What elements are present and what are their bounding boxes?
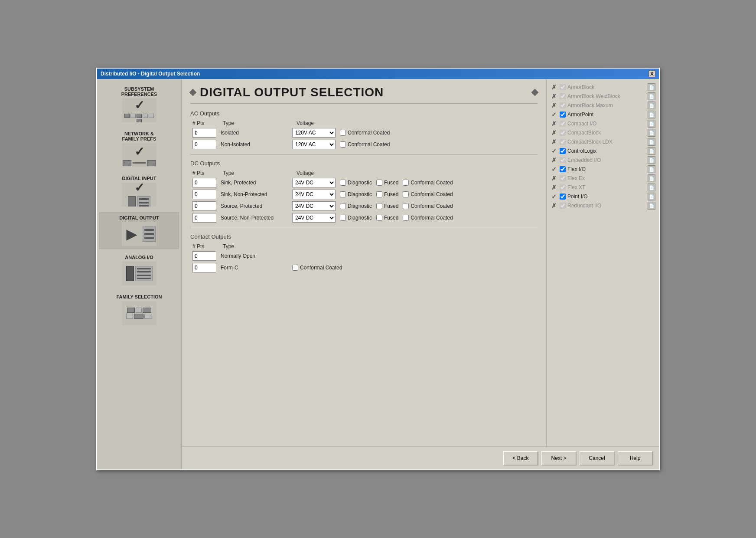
dc-fused-label-0[interactable]: Fused <box>376 180 398 186</box>
dc-fused-check-0[interactable] <box>376 180 382 186</box>
dc-voltage-select-0[interactable]: 24V DC12V DC5V DC <box>292 178 336 187</box>
family-doc-6[interactable]: 📄 <box>648 138 655 146</box>
dc-fused-label-3[interactable]: Fused <box>376 215 398 221</box>
family-doc-10[interactable]: 📄 <box>648 174 655 182</box>
dc-diag-check-1[interactable] <box>340 191 346 197</box>
family-checkbox-3[interactable] <box>560 112 566 118</box>
family-doc-8[interactable]: 📄 <box>648 156 655 164</box>
family-doc-13[interactable]: 📄 <box>648 202 655 210</box>
family-checkbox-11[interactable] <box>560 184 566 190</box>
sidebar-item-digital-input[interactable]: DIGITAL INPUT ✓ <box>99 173 179 210</box>
dc-conformal-check-3[interactable] <box>403 215 409 221</box>
dc-fused-label-1[interactable]: Fused <box>376 191 398 197</box>
dc-fused-text-0: Fused <box>384 180 398 186</box>
family-checkbox-8[interactable] <box>560 157 566 163</box>
dc-diag-label-1[interactable]: Diagnostic <box>340 191 372 197</box>
back-button[interactable]: < Back <box>503 451 538 465</box>
family-doc-12[interactable]: 📄 <box>648 193 655 200</box>
contact-conformal-label-1[interactable]: Conformal Coated <box>292 265 342 271</box>
dc-diag-text-2: Diagnostic <box>348 203 372 209</box>
dc-fused-text-1: Fused <box>384 191 398 197</box>
family-row-13: ✗Redundant I/O📄 <box>550 202 655 210</box>
dc-conformal-text-2: Conformal Coated <box>411 203 453 209</box>
family-checkbox-12[interactable] <box>560 194 566 200</box>
right-panel: ✗ArmorBlock📄✗ArmorBlock WeldBlock📄✗Armor… <box>546 79 659 446</box>
dc-pts-input-1[interactable] <box>192 190 216 199</box>
family-doc-2[interactable]: 📄 <box>648 102 655 109</box>
cancel-button[interactable]: Cancel <box>580 451 614 465</box>
ac-conformal-check-0[interactable] <box>340 130 346 136</box>
family-doc-5[interactable]: 📄 <box>648 129 655 137</box>
dc-fused-check-2[interactable] <box>376 203 382 209</box>
sidebar-item-network[interactable]: NETWORK & FAMILY PREFS ✓ <box>99 128 179 170</box>
dc-conformal-label-3[interactable]: Conformal Coated <box>403 215 453 221</box>
ac-conformal-label-1[interactable]: Conformal Coated <box>340 141 390 148</box>
dc-fused-check-3[interactable] <box>376 215 382 221</box>
contact-pts-input-1[interactable] <box>192 263 216 272</box>
family-doc-7[interactable]: 📄 <box>648 147 655 155</box>
family-checkbox-5[interactable] <box>560 130 566 136</box>
dc-voltage-select-1[interactable]: 24V DC12V DC5V DC <box>292 190 336 199</box>
ac-pts-input-0[interactable] <box>192 128 216 138</box>
dc-conformal-text-3: Conformal Coated <box>411 215 453 221</box>
family-checkbox-9[interactable] <box>560 166 566 172</box>
ac-voltage-select-1[interactable]: 120V AC 240V AC <box>292 140 336 149</box>
dc-conformal-check-1[interactable] <box>403 191 409 197</box>
family-checkbox-4[interactable] <box>560 121 566 127</box>
family-row-6: ✗CompactBlock LDX📄 <box>550 138 655 146</box>
family-checkbox-7[interactable] <box>560 148 566 154</box>
family-row-4: ✗Compact I/O📄 <box>550 120 655 128</box>
family-name-11: Flex XT <box>567 184 646 190</box>
ac-conformal-label-0[interactable]: Conformal Coated <box>340 130 390 136</box>
dc-fused-check-1[interactable] <box>376 191 382 197</box>
dc-conformal-label-0[interactable]: Conformal Coated <box>403 180 453 186</box>
dc-diag-label-2[interactable]: Diagnostic <box>340 203 372 209</box>
family-doc-11[interactable]: 📄 <box>648 184 655 191</box>
family-doc-3[interactable]: 📄 <box>648 111 655 118</box>
help-button[interactable]: Help <box>618 451 652 465</box>
ac-conformal-check-1[interactable] <box>340 141 346 148</box>
dc-conformal-check-0[interactable] <box>403 180 409 186</box>
family-doc-0[interactable]: 📄 <box>648 83 655 91</box>
next-button[interactable]: Next > <box>541 451 576 465</box>
family-row-1: ✗ArmorBlock WeldBlock📄 <box>550 92 655 100</box>
dc-diag-check-3[interactable] <box>340 215 346 221</box>
family-checkbox-1[interactable] <box>560 93 566 99</box>
sidebar-item-family[interactable]: FAMILY SELECTION <box>99 291 179 328</box>
family-doc-1[interactable]: 📄 <box>648 92 655 100</box>
dc-pts-input-0[interactable] <box>192 178 216 187</box>
contact-row-1: Form-C Conformal Coated <box>190 263 538 272</box>
family-checkbox-0[interactable] <box>560 84 566 90</box>
dc-row-2: Source, Protected 24V DC12V DC5V DC Diag… <box>190 201 538 211</box>
close-button[interactable]: X <box>648 70 655 77</box>
family-checkbox-10[interactable] <box>560 175 566 181</box>
contact-conformal-check-1[interactable] <box>292 265 298 271</box>
sidebar-item-subsystem-prefs[interactable]: SUBSYSTEM PREFERENCES ✓ <box>99 83 179 125</box>
sidebar-item-digital-output[interactable]: DIGITAL OUTPUT ► <box>99 212 179 249</box>
dc-conformal-label-2[interactable]: Conformal Coated <box>403 203 453 209</box>
dc-voltage-select-3[interactable]: 24V DC12V DC5V DC <box>292 213 336 223</box>
dc-diag-label-0[interactable]: Diagnostic <box>340 180 372 186</box>
sidebar-item-analog[interactable]: ANALOG I/O <box>99 252 179 289</box>
contact-table-header: # Pts Type <box>190 243 538 249</box>
ac-pts-input-1[interactable] <box>192 140 216 149</box>
family-checkbox-2[interactable] <box>560 102 566 108</box>
dc-diag-check-2[interactable] <box>340 203 346 209</box>
family-checkbox-13[interactable] <box>560 203 566 209</box>
dc-diag-label-3[interactable]: Diagnostic <box>340 215 372 221</box>
dc-pts-input-3[interactable] <box>192 213 216 223</box>
main-window: Distributed I/O - Digital Output Selecti… <box>96 68 660 470</box>
dc-conformal-check-2[interactable] <box>403 203 409 209</box>
family-doc-4[interactable]: 📄 <box>648 120 655 128</box>
ac-voltage-select-0[interactable]: 120V AC 240V AC <box>292 128 336 138</box>
family-checkbox-6[interactable] <box>560 139 566 145</box>
dc-voltage-select-2[interactable]: 24V DC12V DC5V DC <box>292 201 336 211</box>
dc-diag-check-0[interactable] <box>340 180 346 186</box>
dc-fused-label-2[interactable]: Fused <box>376 203 398 209</box>
dc-pts-input-2[interactable] <box>192 201 216 211</box>
title-bar: Distributed I/O - Digital Output Selecti… <box>97 69 659 79</box>
family-doc-9[interactable]: 📄 <box>648 165 655 173</box>
contact-pts-input-0[interactable] <box>192 251 216 261</box>
dc-conformal-label-1[interactable]: Conformal Coated <box>403 191 453 197</box>
family-row-12: ✓Point I/O📄 <box>550 193 655 200</box>
